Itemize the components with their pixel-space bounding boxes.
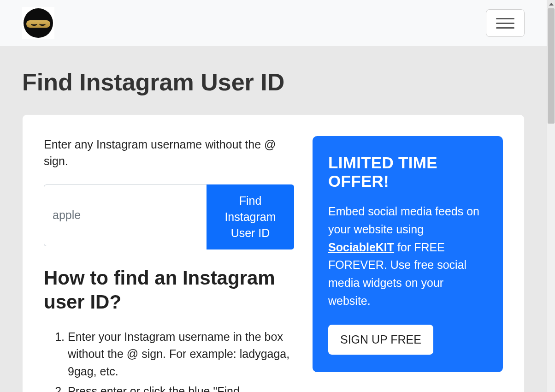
sign-up-free-button[interactable]: SIGN UP FREE: [328, 325, 433, 355]
main-card: Enter any Instagram username without the…: [22, 114, 525, 392]
howto-heading: How to find an Instagram user ID?: [44, 266, 294, 315]
ninja-icon: [24, 8, 53, 38]
brand-logo[interactable]: [22, 7, 54, 39]
scroll-up-button[interactable]: [547, 0, 555, 8]
hamburger-icon: [496, 18, 514, 19]
vertical-scrollbar[interactable]: [547, 0, 555, 392]
scroll-thumb[interactable]: [548, 8, 555, 124]
top-navbar: [0, 0, 547, 46]
sociablekit-link[interactable]: SociableKIT: [328, 241, 394, 254]
howto-step: Enter your Instagram username in the box…: [68, 328, 294, 380]
howto-steps-list: Enter your Instagram username in the box…: [44, 328, 294, 392]
username-input[interactable]: [44, 184, 207, 246]
username-input-group: Find Instagram User ID: [44, 184, 294, 249]
find-user-id-button[interactable]: Find Instagram User ID: [207, 184, 294, 249]
page-title: Find Instagram User ID: [22, 68, 525, 96]
hamburger-menu-button[interactable]: [486, 9, 525, 37]
howto-step: Press enter or click the blue "Find Inst…: [68, 383, 294, 392]
offer-body: Embed social media feeds on your website…: [328, 202, 487, 310]
offer-title: LIMITED TIME OFFER!: [328, 154, 487, 190]
instruction-text: Enter any Instagram username without the…: [44, 136, 294, 170]
offer-box: LIMITED TIME OFFER! Embed social media f…: [313, 136, 503, 372]
